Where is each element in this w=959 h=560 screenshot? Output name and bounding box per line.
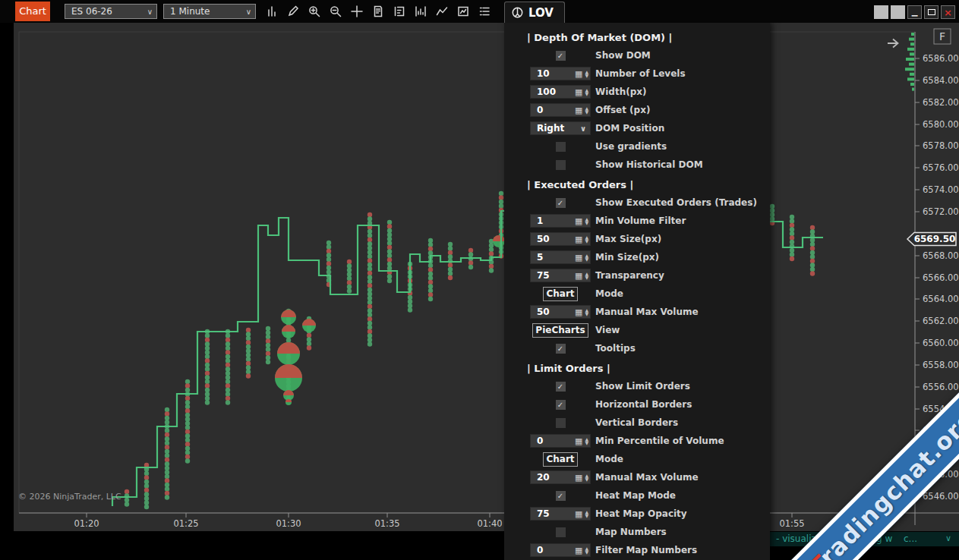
number-input[interactable]: 50▦▲▼ xyxy=(530,232,591,246)
price-tick-label: 6582.00 xyxy=(923,97,959,108)
calculator-icon[interactable]: ▦ xyxy=(575,253,582,262)
dropdown-select[interactable]: Right∨ xyxy=(530,121,591,135)
number-input[interactable]: 0▦▲▼ xyxy=(530,103,591,117)
checkbox[interactable]: ✓ xyxy=(556,51,566,61)
zigzag-line-icon[interactable] xyxy=(434,2,450,20)
number-input[interactable]: 0▦▲▼ xyxy=(530,434,591,448)
zoom-out-icon[interactable] xyxy=(327,2,344,20)
checkbox[interactable]: ✓ xyxy=(556,344,566,354)
number-value: 20 xyxy=(531,472,575,483)
calculator-icon[interactable]: ▦ xyxy=(575,235,582,244)
spinner-arrows[interactable]: ▲▼ xyxy=(583,473,590,481)
chart-background xyxy=(14,23,959,531)
spinner-down-icon[interactable]: ▼ xyxy=(585,110,588,114)
document-search-icon[interactable] xyxy=(370,2,386,20)
number-input[interactable]: 1▦▲▼ xyxy=(530,214,591,228)
checkbox[interactable]: ✓ xyxy=(556,198,566,208)
chart-tab[interactable]: Chart xyxy=(15,2,50,21)
spinner-arrows[interactable]: ▲▼ xyxy=(583,70,590,77)
setting-control: 50▦▲▼ xyxy=(530,305,591,319)
number-input[interactable]: 20▦▲▼ xyxy=(530,470,591,484)
calculator-icon[interactable]: ▦ xyxy=(575,437,582,445)
pencil-icon[interactable] xyxy=(285,2,301,20)
spinner-down-icon[interactable]: ▼ xyxy=(585,275,588,279)
calculator-icon[interactable]: ▦ xyxy=(575,88,582,96)
checkbox[interactable] xyxy=(556,527,566,537)
spinner-arrows[interactable]: ▲▼ xyxy=(583,217,590,225)
calculator-icon[interactable]: ▦ xyxy=(575,473,582,482)
calculator-icon[interactable]: ▦ xyxy=(575,308,582,316)
number-input[interactable]: 0▦▲▼ xyxy=(530,543,591,557)
window-button-b[interactable] xyxy=(891,5,905,19)
number-input[interactable]: 50▦▲▼ xyxy=(530,305,591,319)
close-button[interactable]: × xyxy=(941,5,955,19)
setting-label: Min Size(px) xyxy=(595,252,659,263)
checkbox[interactable] xyxy=(556,160,566,170)
maximize-button[interactable] xyxy=(924,5,938,19)
volume-profile-icon[interactable] xyxy=(412,2,429,20)
setting-label: Number of Levels xyxy=(595,68,686,79)
setting-label: Tooltips xyxy=(595,343,636,354)
instrument-select[interactable]: ES 06-26 ∨ xyxy=(65,4,157,19)
number-input[interactable]: 75▦▲▼ xyxy=(530,269,591,282)
checkbox[interactable] xyxy=(556,418,566,428)
setting-button[interactable]: PieCharts xyxy=(532,323,588,338)
spinner-arrows[interactable]: ▲▼ xyxy=(583,546,590,554)
calculator-icon[interactable]: ▦ xyxy=(575,546,582,555)
spinner-arrows[interactable]: ▲▼ xyxy=(583,272,590,279)
chevron-down-icon: ∨ xyxy=(580,124,590,133)
setting-button[interactable]: Chart xyxy=(543,452,577,467)
copyright-text: © 2026 NinjaTrader, LLC xyxy=(18,492,121,502)
setting-control: 75▦▲▼ xyxy=(530,507,591,521)
spinner-down-icon[interactable]: ▼ xyxy=(585,514,588,518)
zoom-in-icon[interactable] xyxy=(306,2,323,20)
spinner-arrows[interactable]: ▲▼ xyxy=(583,510,590,518)
spinner-down-icon[interactable]: ▼ xyxy=(585,477,588,481)
spinner-arrows[interactable]: ▲▼ xyxy=(583,235,590,243)
spinner-down-icon[interactable]: ▼ xyxy=(585,74,588,77)
calculator-icon[interactable]: ▦ xyxy=(575,106,582,115)
setting-label: Use gradients xyxy=(595,141,667,152)
setting-label: Show Limit Orders xyxy=(595,381,690,392)
spinner-arrows[interactable]: ▲▼ xyxy=(583,308,590,316)
number-input[interactable]: 75▦▲▼ xyxy=(530,507,591,521)
spinner-down-icon[interactable]: ▼ xyxy=(585,550,588,554)
checkbox[interactable]: ✓ xyxy=(556,491,566,501)
number-input[interactable]: 100▦▲▼ xyxy=(530,85,591,99)
indicator-panel-icon[interactable] xyxy=(455,2,472,20)
window-button-a[interactable] xyxy=(874,5,888,19)
spinner-down-icon[interactable]: ▼ xyxy=(585,441,588,445)
chevron-down-icon[interactable]: ∨ xyxy=(945,533,951,543)
spinner-down-icon[interactable]: ▼ xyxy=(585,257,588,261)
setting-button[interactable]: Chart xyxy=(543,287,577,301)
spinner-down-icon[interactable]: ▼ xyxy=(585,221,588,225)
spinner-arrows[interactable]: ▲▼ xyxy=(583,88,590,96)
number-input[interactable]: 10▦▲▼ xyxy=(530,67,591,80)
setting-label: Show DOM xyxy=(595,50,651,61)
spinner-down-icon[interactable]: ▼ xyxy=(585,239,588,243)
spinner-arrows[interactable]: ▲▼ xyxy=(583,253,590,261)
spinner-arrows[interactable]: ▲▼ xyxy=(583,106,590,114)
chart-bars-icon[interactable] xyxy=(263,2,280,20)
list-properties-icon[interactable] xyxy=(476,2,493,20)
number-input[interactable]: 5▦▲▼ xyxy=(530,250,591,264)
calculator-icon[interactable]: ▦ xyxy=(575,217,582,225)
data-box-icon[interactable] xyxy=(391,2,408,20)
calculator-icon[interactable]: ▦ xyxy=(575,272,582,280)
time-tick-label: 01:35 xyxy=(374,518,399,529)
tab-lov[interactable]: LOV xyxy=(504,2,565,23)
checkbox[interactable]: ✓ xyxy=(556,382,566,392)
spinner-down-icon[interactable]: ▼ xyxy=(585,312,588,316)
minimize-button[interactable]: ▁ xyxy=(907,5,922,19)
spinner-arrows[interactable]: ▲▼ xyxy=(583,437,590,445)
setting-row: 100▦▲▼Width(px) xyxy=(504,83,770,101)
checkbox[interactable]: ✓ xyxy=(556,400,566,410)
crosshair-icon[interactable] xyxy=(349,2,365,20)
checkbox[interactable] xyxy=(556,142,566,152)
spinner-down-icon[interactable]: ▼ xyxy=(585,92,588,96)
interval-select[interactable]: 1 Minute ∨ xyxy=(163,4,256,19)
calculator-icon[interactable]: ▦ xyxy=(575,70,582,78)
setting-row: 50▦▲▼Max Size(px) xyxy=(504,230,770,248)
setting-row: Vertical Borders xyxy=(504,414,770,432)
calculator-icon[interactable]: ▦ xyxy=(575,510,582,518)
